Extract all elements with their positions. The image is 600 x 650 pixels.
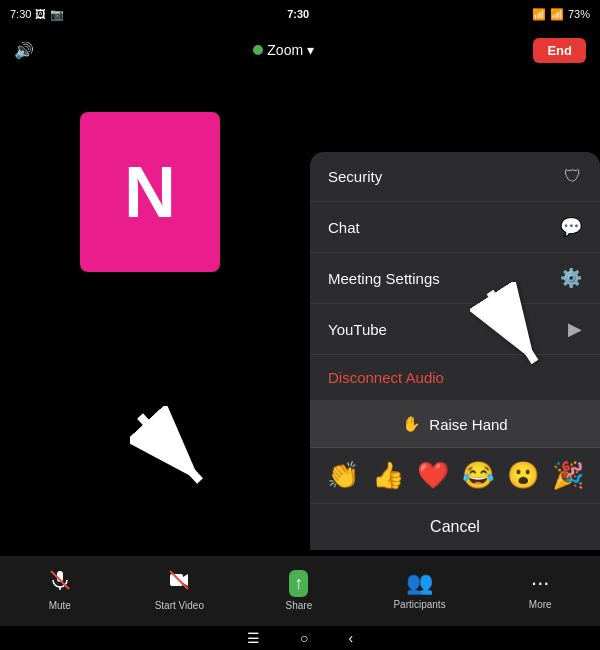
mute-icon (49, 569, 71, 597)
raise-hand-emoji: ✋ (402, 415, 421, 433)
zoom-title-area[interactable]: Zoom ▾ (253, 42, 314, 58)
battery-text: 73% (568, 8, 590, 20)
status-left: 7:30 🖼 📷 (10, 8, 64, 21)
status-right: 📶 📶 73% (532, 8, 590, 21)
security-label: Security (328, 168, 382, 185)
status-center-time: 7:30 (287, 8, 309, 20)
status-bar: 7:30 🖼 📷 7:30 📶 📶 73% (0, 0, 600, 28)
nav-mute[interactable]: Mute (35, 569, 85, 611)
nav-participants[interactable]: 👥 Participants (393, 570, 445, 610)
share-icon: ↑ (289, 570, 308, 597)
emoji-row: 👏 👍 ❤️ 😂 😮 🎉 (310, 448, 600, 504)
security-icon: 🛡 (564, 166, 582, 187)
arrow-left (130, 406, 220, 496)
wifi-icon: 📶 (532, 8, 546, 21)
chevron-down-icon: ▾ (307, 42, 314, 58)
nav-more[interactable]: ··· More (515, 570, 565, 610)
share-label: Share (286, 600, 313, 611)
emoji-thumbsup[interactable]: 👍 (372, 460, 404, 491)
cancel-button[interactable]: Cancel (310, 504, 600, 550)
raise-hand-button[interactable]: ✋ Raise Hand (310, 401, 600, 448)
menu-item-youtube[interactable]: YouTube ▶ (310, 304, 600, 355)
cancel-label: Cancel (430, 518, 480, 536)
time-left: 7:30 (10, 8, 31, 20)
sys-nav-back[interactable]: ‹ (348, 630, 353, 646)
chat-label: Chat (328, 219, 360, 236)
participants-icon: 👥 (406, 570, 433, 596)
participants-label: Participants (393, 599, 445, 610)
more-label: More (529, 599, 552, 610)
speaker-icon: 🔊 (14, 41, 34, 60)
more-icon: ··· (531, 570, 549, 596)
nav-share[interactable]: ↑ Share (274, 570, 324, 611)
menu-item-security[interactable]: Security 🛡 (310, 152, 600, 202)
end-button[interactable]: End (533, 38, 586, 63)
emoji-laugh[interactable]: 😂 (462, 460, 494, 491)
online-indicator (253, 45, 263, 55)
video-nav-icon (168, 569, 190, 597)
meeting-settings-label: Meeting Settings (328, 270, 440, 287)
emoji-party[interactable]: 🎉 (552, 460, 584, 491)
svg-line-1 (140, 416, 200, 481)
mute-label: Mute (49, 600, 71, 611)
sys-nav-menu[interactable]: ☰ (247, 630, 260, 646)
bottom-nav: Mute Start Video ↑ Share 👥 Participants … (0, 556, 600, 626)
menu-item-disconnect-audio[interactable]: Disconnect Audio (310, 355, 600, 401)
emoji-clap[interactable]: 👏 (327, 460, 359, 491)
menu-item-chat[interactable]: Chat 💬 (310, 202, 600, 253)
emoji-heart[interactable]: ❤️ (417, 460, 449, 491)
sys-nav-home[interactable]: ○ (300, 630, 308, 646)
raise-hand-label: Raise Hand (429, 416, 507, 433)
photo-icon: 🖼 (35, 8, 46, 20)
signal-icon: 📶 (550, 8, 564, 21)
menu-item-meeting-settings[interactable]: Meeting Settings ⚙️ (310, 253, 600, 304)
start-video-label: Start Video (155, 600, 204, 611)
participant-avatar: N (80, 112, 220, 272)
disconnect-audio-label: Disconnect Audio (328, 369, 444, 386)
system-nav-bar: ☰ ○ ‹ (0, 626, 600, 650)
app-name: Zoom (267, 42, 303, 58)
video-icon: 📷 (50, 8, 64, 21)
youtube-icon: ▶ (568, 318, 582, 340)
main-content: N Security 🛡 Chat 💬 Meeting Settings ⚙️ … (0, 72, 600, 556)
participant-initial: N (124, 151, 176, 233)
chat-icon: 💬 (560, 216, 582, 238)
nav-start-video[interactable]: Start Video (154, 569, 204, 611)
youtube-label: YouTube (328, 321, 387, 338)
context-menu: Security 🛡 Chat 💬 Meeting Settings ⚙️ Yo… (310, 152, 600, 550)
settings-icon: ⚙️ (560, 267, 582, 289)
top-bar: 🔊 Zoom ▾ End (0, 28, 600, 72)
emoji-wow[interactable]: 😮 (507, 460, 539, 491)
svg-rect-7 (170, 574, 183, 586)
